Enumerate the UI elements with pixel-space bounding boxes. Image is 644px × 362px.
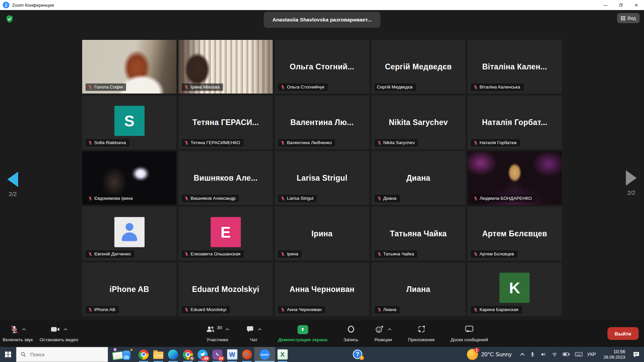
security-shield-icon[interactable] <box>5 14 14 25</box>
toolbar-button-chat[interactable]: Чат <box>246 320 262 347</box>
participant-tile[interactable]: Наталія Горбат...Наталія Горбатюк <box>468 96 562 149</box>
taskbar-app-education-highlight[interactable] <box>108 347 136 362</box>
start-button[interactable] <box>0 347 16 362</box>
participant-tile[interactable]: Ірина Міхєєва <box>178 40 273 94</box>
chevron-up-icon[interactable] <box>258 328 262 331</box>
participant-name: Ірина <box>287 251 298 256</box>
participant-tile[interactable]: Татьяна ЧайкаТатьяна Чайка <box>371 207 466 260</box>
taskbar-search[interactable] <box>16 347 108 362</box>
participant-tile[interactable]: Євдокимова Ірина <box>82 151 176 205</box>
next-page-control[interactable]: 2/2 <box>622 170 641 196</box>
search-icon <box>20 352 26 357</box>
view-button-label: Вид <box>628 15 636 21</box>
muted-mic-icon <box>184 252 189 256</box>
participant-tile[interactable]: Nikita SarychevNikita Sarychev <box>371 96 466 149</box>
participant-tile[interactable]: Ольга Стогний...Ольга Стогнийчук <box>275 40 369 94</box>
participant-tile[interactable]: Артем БєлєвцевАртем Бєлєвцев <box>468 207 562 260</box>
muted-mic-icon <box>280 140 285 145</box>
participant-tile[interactable]: Людмила БОНДАРЕНКО <box>468 151 562 205</box>
toolbar-button-participants[interactable]: 30Участники <box>205 320 229 347</box>
meeting-stage: Anastasiia Shavlovska разговаривает... В… <box>0 10 644 320</box>
zoom-logo-icon: Z <box>3 2 9 8</box>
chevron-up-icon[interactable] <box>387 328 392 331</box>
participant-tile[interactable]: Larisa StrigulLarisa Strigul <box>275 151 369 205</box>
toolbar-button-reactions[interactable]: Реакции <box>374 320 392 347</box>
taskbar-app-file-explorer[interactable] <box>151 347 166 362</box>
taskbar-app-chrome[interactable] <box>136 347 151 362</box>
chevron-up-icon[interactable] <box>63 328 68 331</box>
participant-tile[interactable]: ЛианаЛиана <box>371 262 466 316</box>
weather-widget[interactable]: 1 20°C Sunny <box>467 349 512 360</box>
participant-tile[interactable]: Євгеній Датченко <box>82 207 176 260</box>
toolbar-button-label: Доски сообщений <box>451 337 488 342</box>
muted-mic-icon <box>88 196 93 201</box>
toolbar-button-stop-video[interactable]: Остановить видео <box>40 320 78 347</box>
chevron-up-icon[interactable] <box>22 328 26 331</box>
toolbar-button-record[interactable]: Запись <box>343 320 358 347</box>
close-button[interactable]: ✕ <box>629 0 644 10</box>
participant-name-badge: Вишняков Александр <box>182 195 239 202</box>
keyboard-tray-icon[interactable] <box>575 352 583 357</box>
participant-name: Ірина Міхєєва <box>191 84 220 89</box>
window-titlebar: Z Zoom Конференция — ✕ <box>0 0 644 10</box>
view-button[interactable]: Вид <box>617 13 640 23</box>
participant-tile[interactable]: ДианаДиана <box>371 151 466 205</box>
keyboard-language[interactable]: УКР <box>587 352 596 357</box>
profile-badge: N <box>189 356 195 361</box>
search-input[interactable] <box>30 351 91 358</box>
taskbar-app-viber[interactable]: 34 <box>210 347 225 362</box>
participant-name-badge: Євдокимова Ірина <box>86 195 136 202</box>
taskbar-app-chrome-profile[interactable]: N <box>180 347 195 362</box>
taskbar-app-help[interactable]: ? i <box>353 350 363 360</box>
participant-tile[interactable]: Голота Софія <box>82 40 176 94</box>
participant-tile[interactable]: Тетяна ГЕРАСИ...Тетяна ГЕРАСИМЕНКО <box>178 96 273 149</box>
taskbar-app-zoom[interactable]: zoom <box>254 347 275 362</box>
participant-name: Лиана <box>383 307 396 312</box>
page-indicator: 2/2 <box>9 191 17 198</box>
taskbar-app-screenshot-tool[interactable] <box>239 347 254 362</box>
participant-tile[interactable]: Віталіна Кален...Віталіна Каленська <box>468 40 562 94</box>
restore-button[interactable] <box>613 0 629 10</box>
minimize-button[interactable]: — <box>598 0 613 10</box>
toolbar-button-whiteboard[interactable]: Доски сообщений <box>451 320 488 347</box>
toolbar-button-label: Чат <box>250 337 257 342</box>
taskbar-app-excel[interactable]: X <box>275 347 290 362</box>
weather-text: 20°C Sunny <box>481 351 512 358</box>
participant-tile[interactable]: KКарина Баранская <box>468 262 562 316</box>
previous-page-arrow-icon[interactable] <box>7 172 18 187</box>
hidden-icons-chevron[interactable] <box>520 353 525 356</box>
muted-mic-icon <box>377 196 382 201</box>
participant-tile[interactable]: Вишняков Але...Вишняков Александр <box>178 151 273 205</box>
toolbar-button-apps[interactable]: Приложения <box>408 320 435 347</box>
microphone-tray-icon[interactable] <box>530 351 535 358</box>
screen: Z Zoom Конференция — ✕ Anastasiia Shavlo… <box>0 0 644 362</box>
taskbar-app-edge[interactable] <box>166 347 180 362</box>
taskbar-app-telegram[interactable]: ..89 <box>195 347 210 362</box>
next-page-arrow-icon[interactable] <box>626 170 637 186</box>
leave-button[interactable]: Выйти <box>607 327 639 340</box>
toolbar-button-share[interactable]: Демонстрация экрана <box>278 320 327 347</box>
volume-tray-icon[interactable] <box>540 351 547 357</box>
taskbar-clock[interactable]: 10:56 26.09.2023 <box>603 349 625 360</box>
chevron-up-icon[interactable] <box>225 328 229 331</box>
battery-tray-icon[interactable] <box>562 352 570 357</box>
participant-name-badge: Sofia Riabtseva <box>86 139 129 146</box>
participant-tile[interactable]: Сергій МедведєвСергій Медведєв <box>371 40 466 94</box>
toolbar-button-unmute[interactable]: Включить звук <box>3 320 33 347</box>
wifi-tray-icon[interactable] <box>551 352 558 357</box>
participant-tile[interactable]: Валентина Лю...Валентина Любченко <box>275 96 369 149</box>
avatar: E <box>211 217 241 247</box>
previous-page-control[interactable]: 2/2 <box>3 172 22 198</box>
zoom-app-icon: zoom <box>260 349 270 360</box>
participant-tile[interactable]: Анна ЧерноиванАнна Черноиван <box>275 262 369 316</box>
participant-name: Анна Черноиван <box>287 307 322 312</box>
notification-center-icon[interactable] <box>633 351 640 358</box>
participant-tile[interactable]: Eduard MozolskyiEduard Mozolskyi <box>178 262 273 316</box>
participant-tile[interactable]: iPhone ABiPhone AB <box>82 262 176 316</box>
participant-tile[interactable]: ІринаІрина <box>275 207 369 260</box>
participant-tile[interactable]: EЕлизавета Ольшанская <box>178 207 273 260</box>
participant-name-badge: Larisa Strigul <box>278 195 317 202</box>
participant-tile[interactable]: SSofia Riabtseva <box>82 96 176 149</box>
share-screen-icon <box>298 325 308 334</box>
taskbar-app-word[interactable]: W <box>225 347 239 362</box>
